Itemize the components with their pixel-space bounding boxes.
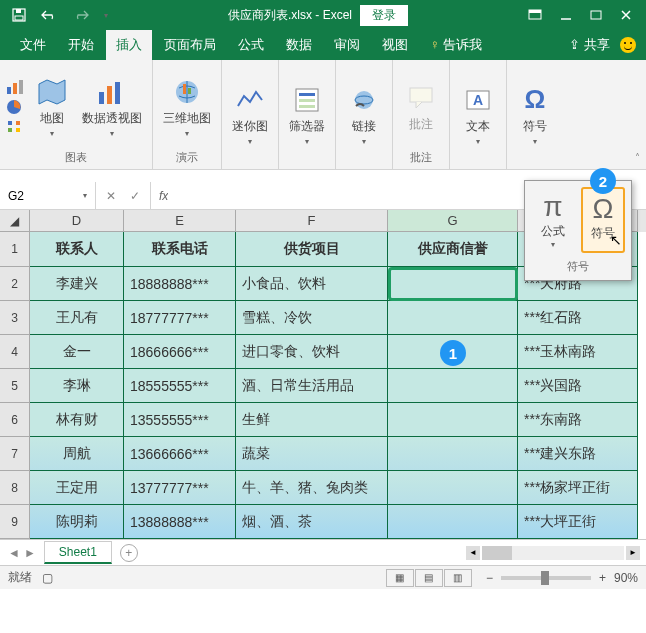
row-header[interactable]: 7 bbox=[0, 437, 30, 471]
close-icon[interactable] bbox=[620, 9, 632, 21]
cell[interactable] bbox=[388, 369, 518, 403]
header-cell[interactable]: 供货项目 bbox=[236, 232, 388, 267]
cell[interactable]: 13888888*** bbox=[124, 505, 236, 539]
select-all-corner[interactable]: ◢ bbox=[0, 210, 30, 232]
view-normal-icon[interactable]: ▦ bbox=[386, 569, 414, 587]
row-header[interactable]: 2 bbox=[0, 267, 30, 301]
chart-small-icon-3[interactable] bbox=[6, 119, 26, 135]
col-header-g[interactable]: G bbox=[388, 210, 518, 232]
scroll-right-icon[interactable]: ► bbox=[626, 546, 640, 560]
scroll-thumb[interactable] bbox=[482, 546, 512, 560]
row-header[interactable]: 9 bbox=[0, 505, 30, 539]
tab-formula[interactable]: 公式 bbox=[228, 30, 274, 60]
header-cell[interactable]: 供应商信誉 bbox=[388, 232, 518, 267]
row-header[interactable]: 5 bbox=[0, 369, 30, 403]
cell[interactable] bbox=[388, 267, 518, 301]
tab-home[interactable]: 开始 bbox=[58, 30, 104, 60]
map-button[interactable]: 地图▾ bbox=[30, 72, 74, 142]
row-header[interactable]: 1 bbox=[0, 232, 30, 267]
cell[interactable]: 蔬菜 bbox=[236, 437, 388, 471]
chart-small-icon-2[interactable] bbox=[6, 99, 26, 115]
cell[interactable] bbox=[388, 471, 518, 505]
cell[interactable] bbox=[388, 505, 518, 539]
cell[interactable]: 18666666*** bbox=[124, 335, 236, 369]
row-header[interactable]: 3 bbox=[0, 301, 30, 335]
row-header[interactable]: 4 bbox=[0, 335, 30, 369]
zoom-slider[interactable] bbox=[501, 576, 591, 580]
tab-file[interactable]: 文件 bbox=[10, 30, 56, 60]
minimize-icon[interactable] bbox=[560, 9, 572, 21]
tab-insert[interactable]: 插入 bbox=[106, 30, 152, 60]
link-button[interactable]: 链接▾ bbox=[342, 80, 386, 150]
zoom-level[interactable]: 90% bbox=[614, 571, 638, 585]
horizontal-scrollbar[interactable]: ◄ ► bbox=[466, 545, 646, 561]
cell[interactable]: 18777777*** bbox=[124, 301, 236, 335]
save-icon[interactable] bbox=[12, 8, 26, 22]
fx-icon[interactable]: fx bbox=[150, 182, 168, 209]
cell[interactable]: 周航 bbox=[30, 437, 124, 471]
cell[interactable] bbox=[388, 437, 518, 471]
zoom-in-icon[interactable]: + bbox=[599, 571, 606, 585]
tab-layout[interactable]: 页面布局 bbox=[154, 30, 226, 60]
header-cell[interactable]: 联系人 bbox=[30, 232, 124, 267]
cell[interactable]: 13555555*** bbox=[124, 403, 236, 437]
cell[interactable]: 牛、羊、猪、兔肉类 bbox=[236, 471, 388, 505]
chart-small-icon[interactable] bbox=[6, 79, 26, 95]
tab-data[interactable]: 数据 bbox=[276, 30, 322, 60]
zoom-out-icon[interactable]: − bbox=[486, 571, 493, 585]
collapse-ribbon-icon[interactable]: ˄ bbox=[635, 152, 640, 163]
scroll-left-icon[interactable]: ◄ bbox=[466, 546, 480, 560]
cell[interactable]: ***大坪正街 bbox=[518, 505, 638, 539]
undo-icon[interactable] bbox=[40, 9, 58, 21]
cell[interactable]: ***玉林南路 bbox=[518, 335, 638, 369]
ribbon-options-icon[interactable] bbox=[528, 9, 542, 21]
cell[interactable]: 小食品、饮料 bbox=[236, 267, 388, 301]
cell[interactable]: 酒、日常生活用品 bbox=[236, 369, 388, 403]
cell[interactable]: ***杨家坪正街 bbox=[518, 471, 638, 505]
sparkline-button[interactable]: 迷你图▾ bbox=[228, 80, 272, 150]
view-pagebreak-icon[interactable]: ▥ bbox=[444, 569, 472, 587]
symbol-button[interactable]: Ω 符号▾ bbox=[513, 80, 557, 150]
cell[interactable]: ***东南路 bbox=[518, 403, 638, 437]
macro-record-icon[interactable]: ▢ bbox=[42, 571, 53, 585]
comment-button[interactable]: 批注 bbox=[399, 78, 443, 137]
cell[interactable]: 烟、酒、茶 bbox=[236, 505, 388, 539]
cell[interactable]: ***兴国路 bbox=[518, 369, 638, 403]
col-header-e[interactable]: E bbox=[124, 210, 236, 232]
name-box[interactable]: G2 ▾ bbox=[0, 182, 96, 209]
row-header[interactable]: 8 bbox=[0, 471, 30, 505]
cell[interactable] bbox=[388, 301, 518, 335]
cell[interactable]: 李琳 bbox=[30, 369, 124, 403]
view-pagelayout-icon[interactable]: ▤ bbox=[415, 569, 443, 587]
row-header[interactable]: 6 bbox=[0, 403, 30, 437]
tab-tellme[interactable]: ♀ 告诉我 bbox=[420, 30, 492, 60]
cell[interactable]: 13666666*** bbox=[124, 437, 236, 471]
feedback-icon[interactable] bbox=[620, 37, 636, 53]
cell[interactable]: 18555555*** bbox=[124, 369, 236, 403]
cell[interactable]: 王凡有 bbox=[30, 301, 124, 335]
cell[interactable]: ***红石路 bbox=[518, 301, 638, 335]
equation-button[interactable]: π 公式 ▾ bbox=[531, 187, 575, 253]
cell[interactable] bbox=[388, 403, 518, 437]
namebox-dropdown-icon[interactable]: ▾ bbox=[83, 191, 87, 200]
cell[interactable]: 林有财 bbox=[30, 403, 124, 437]
add-sheet-button[interactable]: + bbox=[120, 544, 138, 562]
cell[interactable]: 18888888*** bbox=[124, 267, 236, 301]
header-cell[interactable]: 联系电话 bbox=[124, 232, 236, 267]
map3d-button[interactable]: 三维地图▾ bbox=[159, 72, 215, 142]
login-button[interactable]: 登录 bbox=[360, 5, 408, 26]
cell[interactable]: 雪糕、冷饮 bbox=[236, 301, 388, 335]
sheet-nav-next-icon[interactable]: ► bbox=[24, 546, 36, 560]
sheet-nav-prev-icon[interactable]: ◄ bbox=[8, 546, 20, 560]
text-button[interactable]: A 文本▾ bbox=[456, 80, 500, 150]
cell[interactable]: 生鲜 bbox=[236, 403, 388, 437]
pivot-chart-button[interactable]: 数据透视图▾ bbox=[78, 72, 146, 142]
cell[interactable]: 金一 bbox=[30, 335, 124, 369]
filter-button[interactable]: 筛选器▾ bbox=[285, 80, 329, 150]
redo-icon[interactable] bbox=[72, 9, 90, 21]
col-header-d[interactable]: D bbox=[30, 210, 124, 232]
col-header-f[interactable]: F bbox=[236, 210, 388, 232]
share-button[interactable]: ⇪ 共享 bbox=[569, 36, 610, 54]
cell[interactable]: ***建兴东路 bbox=[518, 437, 638, 471]
accept-formula-icon[interactable]: ✓ bbox=[130, 189, 140, 203]
